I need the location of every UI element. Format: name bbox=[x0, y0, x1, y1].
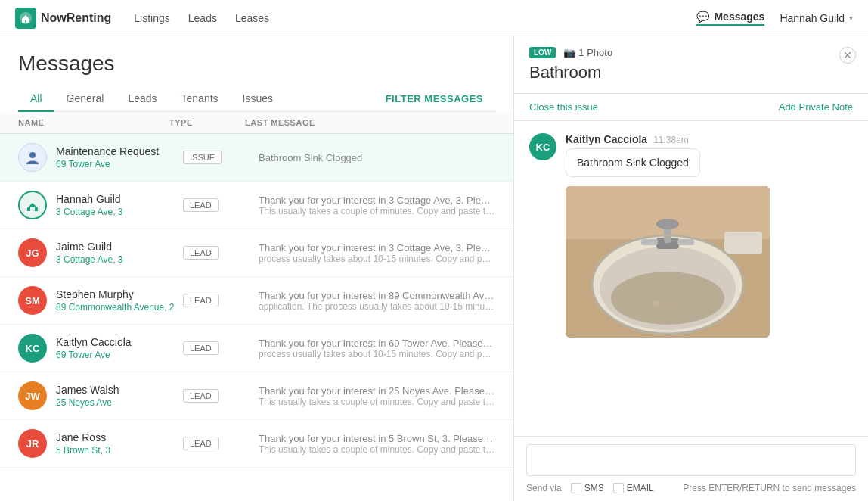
left-panel: Messages All General Leads Tenants Issue… bbox=[0, 36, 514, 501]
item-address: 25 Noyes Ave bbox=[56, 397, 183, 408]
avatar: KC bbox=[18, 334, 47, 363]
svg-point-14 bbox=[653, 300, 659, 307]
type-badge: LEAD bbox=[183, 246, 219, 260]
svg-rect-11 bbox=[677, 239, 694, 245]
chevron-down-icon: ▾ bbox=[849, 14, 853, 22]
type-badge: LEAD bbox=[183, 341, 219, 355]
reply-input[interactable] bbox=[526, 444, 856, 476]
tabs-bar: All General Leads Tenants Issues FILTER … bbox=[18, 86, 495, 112]
action-bar: Close this issue Add Private Note bbox=[514, 94, 868, 121]
issue-title: Bathroom bbox=[529, 63, 853, 82]
tab-issues[interactable]: Issues bbox=[231, 86, 285, 112]
item-name: Stephen Murphy bbox=[56, 288, 183, 300]
last-message-col: Thank you for your interest in 25 Noyes … bbox=[259, 385, 495, 407]
photo-meta: 📷 1 Photo bbox=[563, 47, 612, 58]
user-nav[interactable]: Hannah Guild ▾ bbox=[780, 12, 853, 24]
nav-leases[interactable]: Leases bbox=[235, 9, 269, 27]
chat-sender-time: 11:38am bbox=[653, 135, 689, 145]
last-message-text: Thank you for your interest in 3 Cottage… bbox=[259, 194, 495, 206]
chat-meta: Kaitlyn Cacciola 11:38am bbox=[566, 133, 853, 145]
list-item[interactable]: JR Jane Ross 5 Brown St, 3 LEAD Thank yo… bbox=[0, 420, 513, 468]
last-message-text2: This usually takes a couple of minutes. … bbox=[259, 397, 495, 407]
camera-icon: 📷 bbox=[563, 47, 575, 58]
type-badge: LEAD bbox=[183, 294, 219, 307]
type-col: LEAD bbox=[183, 437, 259, 450]
item-address: 89 Commonwealth Avenue, 2 bbox=[56, 302, 183, 313]
type-badge: LEAD bbox=[183, 198, 219, 212]
reply-footer: Send via SMS EMAIL Press ENTER/RETURN to… bbox=[526, 483, 856, 493]
type-col: LEAD bbox=[183, 246, 259, 260]
email-checkbox[interactable] bbox=[613, 483, 624, 493]
messages-header: Messages All General Leads Tenants Issue… bbox=[0, 36, 513, 112]
item-name: Jaime Guild bbox=[56, 241, 183, 253]
last-message-text2: application. The process usually takes a… bbox=[259, 301, 495, 312]
messages-nav-btn[interactable]: 💬 Messages bbox=[696, 11, 764, 26]
list-item[interactable]: KC Kaitlyn Cacciola 69 Tower Ave LEAD Th… bbox=[0, 325, 513, 372]
item-address: 69 Tower Ave bbox=[56, 350, 183, 360]
list-item[interactable]: Hannah Guild 3 Cottage Ave, 3 LEAD Thank… bbox=[0, 182, 513, 229]
last-message-col: Thank you for your interest in 3 Cottage… bbox=[259, 242, 495, 264]
add-private-note-button[interactable]: Add Private Note bbox=[779, 101, 853, 113]
svg-point-1 bbox=[29, 152, 36, 158]
chat-avatar: KC bbox=[529, 133, 556, 160]
name-col: James Walsh 25 Noyes Ave bbox=[56, 384, 183, 408]
type-col: LEAD bbox=[183, 341, 259, 355]
filter-messages-button[interactable]: FILTER MESSAGES bbox=[374, 87, 495, 110]
chat-content: Kaitlyn Cacciola 11:38am Bathroom Sink C… bbox=[566, 133, 853, 338]
last-message-text2: This usually takes a couple of minutes. … bbox=[259, 444, 495, 455]
svg-rect-10 bbox=[641, 239, 658, 245]
type-badge: LEAD bbox=[183, 437, 219, 450]
last-message-col: Thank you for your interest in 89 Common… bbox=[259, 290, 495, 312]
last-message-text: Thank you for your interest in 25 Noyes … bbox=[259, 385, 495, 397]
name-col: Maintenance Request 69 Tower Ave bbox=[56, 145, 183, 170]
user-name-label: Hannah Guild bbox=[780, 12, 845, 24]
avatar bbox=[18, 143, 47, 172]
item-name: Jane Ross bbox=[56, 431, 183, 443]
list-item[interactable]: Maintenance Request 69 Tower Ave ISSUE B… bbox=[0, 134, 513, 182]
list-item[interactable]: JW James Walsh 25 Noyes Ave LEAD Thank y… bbox=[0, 372, 513, 420]
chat-bubble: Bathroom Sink Clogged bbox=[566, 148, 700, 177]
last-message-col: Thank you for your interest in 3 Cottage… bbox=[259, 194, 495, 216]
email-checkbox-item[interactable]: EMAIL bbox=[613, 483, 654, 493]
type-col: LEAD bbox=[183, 294, 259, 307]
list-item[interactable]: JG Jaime Guild 3 Cottage Ave, 3 LEAD Tha… bbox=[0, 229, 513, 277]
priority-badge: LOW bbox=[529, 47, 556, 58]
list-item[interactable]: SM Stephen Murphy 89 Commonwealth Avenue… bbox=[0, 277, 513, 325]
svg-point-16 bbox=[664, 302, 671, 310]
item-address: 3 Cottage Ave, 3 bbox=[56, 254, 183, 265]
item-name: Maintenance Request bbox=[56, 145, 183, 157]
messages-nav-label: Messages bbox=[714, 11, 764, 23]
avatar: SM bbox=[18, 286, 47, 315]
close-issue-button[interactable]: Close this issue bbox=[529, 101, 598, 113]
nav-listings[interactable]: Listings bbox=[134, 9, 169, 27]
item-name: Kaitlyn Cacciola bbox=[56, 336, 183, 348]
press-enter-hint: Press ENTER/RETURN to send messages bbox=[683, 483, 856, 493]
last-message-text: Thank you for your interest in 5 Brown S… bbox=[259, 433, 495, 444]
avatar: JR bbox=[18, 429, 47, 458]
nav-links: Listings Leads Leases bbox=[134, 9, 269, 27]
nav-leads[interactable]: Leads bbox=[188, 9, 217, 27]
item-address: 69 Tower Ave bbox=[56, 159, 183, 170]
email-label: EMAIL bbox=[627, 483, 654, 493]
svg-point-6 bbox=[611, 272, 724, 325]
close-panel-button[interactable]: ✕ bbox=[839, 47, 856, 64]
item-name: James Walsh bbox=[56, 384, 183, 396]
main-container: Messages All General Leads Tenants Issue… bbox=[0, 36, 868, 501]
sms-checkbox-item[interactable]: SMS bbox=[571, 483, 604, 493]
name-col: Jaime Guild 3 Cottage Ave, 3 bbox=[56, 241, 183, 265]
svg-point-9 bbox=[656, 219, 679, 229]
tab-tenants[interactable]: Tenants bbox=[169, 86, 231, 112]
tab-general[interactable]: General bbox=[54, 86, 116, 112]
tab-leads[interactable]: Leads bbox=[116, 86, 169, 112]
sms-label: SMS bbox=[584, 483, 604, 493]
last-message-text2: process usually takes about 10-15 minute… bbox=[259, 349, 495, 359]
messages-bubble-icon: 💬 bbox=[696, 11, 709, 23]
photo-count: 1 Photo bbox=[578, 47, 612, 58]
svg-point-15 bbox=[677, 307, 681, 311]
sink-image bbox=[566, 186, 770, 338]
message-list: Maintenance Request 69 Tower Ave ISSUE B… bbox=[0, 134, 513, 501]
tab-all[interactable]: All bbox=[18, 86, 54, 112]
col-header-name: NAME bbox=[18, 118, 169, 127]
issue-header: LOW 📷 1 Photo Bathroom ✕ bbox=[514, 36, 868, 94]
sms-checkbox[interactable] bbox=[571, 483, 581, 493]
